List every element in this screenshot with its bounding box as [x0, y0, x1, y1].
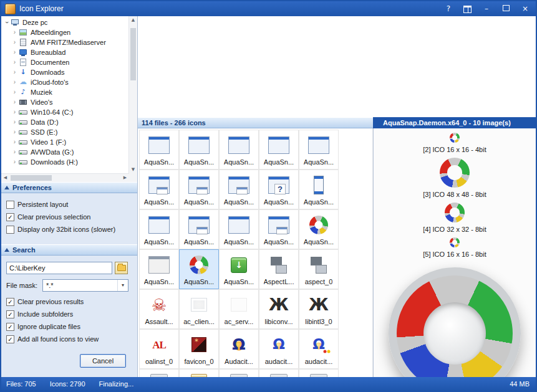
icon-tile[interactable]: AquaSn... — [219, 170, 259, 209]
tree-item[interactable]: › Muziek — [1, 87, 129, 97]
browse-folder-button[interactable] — [115, 262, 128, 274]
checkbox-option[interactable]: ✓ Ignore duplicate files — [6, 322, 99, 332]
icon-tile[interactable] — [299, 369, 339, 377]
tree-item[interactable]: › Deze pc — [1, 17, 129, 27]
preferences-section-header[interactable]: Preferences — [1, 182, 137, 193]
scroll-right-button[interactable] — [121, 174, 129, 182]
tree-item[interactable]: › Bureaublad — [1, 47, 129, 57]
checkbox[interactable]: ✓ — [6, 323, 14, 331]
expander-chevron-icon[interactable]: › — [4, 19, 10, 26]
tree-item[interactable]: › Video's — [1, 97, 129, 107]
close-button[interactable]: × — [521, 4, 530, 13]
checkbox-option[interactable]: ✓ Add all found icons to view — [6, 334, 99, 344]
expander-chevron-icon[interactable]: › — [11, 159, 18, 165]
tree-horizontal-scrollbar[interactable] — [1, 173, 129, 182]
expander-chevron-icon[interactable]: › — [11, 99, 18, 105]
tree-item[interactable]: › AVWData (G:) — [1, 147, 129, 157]
expander-chevron-icon[interactable]: › — [11, 69, 18, 75]
icon-tile[interactable]: AquaSn... — [299, 170, 339, 209]
expander-chevron-icon[interactable]: › — [11, 79, 18, 85]
scroll-thumb[interactable] — [11, 175, 52, 181]
icon-tile[interactable]: ac_clien... — [179, 289, 219, 329]
gift-icon[interactable] — [463, 7, 472, 13]
icon-tile[interactable]: AquaSn... — [179, 209, 219, 249]
help-button[interactable]: ? — [444, 4, 453, 13]
icon-tile[interactable] — [219, 369, 259, 377]
icon-tile[interactable]: aspect_0 — [299, 249, 339, 289]
checkbox-option[interactable]: ✓ Include subfolders — [6, 309, 99, 319]
icon-tile[interactable]: libintl3_0 — [299, 289, 339, 329]
icon-tile[interactable]: AquaSn... — [139, 209, 179, 249]
tree-item[interactable]: › iCloud-foto's — [1, 77, 129, 87]
icon-tile[interactable]: AquaSn... — [179, 170, 219, 209]
icon-tile[interactable]: AquaSn... — [179, 130, 219, 170]
icon-tile[interactable]: AquaSn... — [299, 130, 339, 170]
image-list-item[interactable]: [4] ICO 32 x 32 - 8bit — [423, 203, 486, 233]
icon-tile[interactable] — [259, 369, 299, 377]
checkbox-option[interactable]: ✓ Clear previous results — [6, 297, 99, 307]
image-list-item[interactable]: [5] ICO 16 x 16 - 8bit — [423, 237, 486, 258]
checkbox-option[interactable]: Persistent layout — [6, 199, 137, 209]
icon-tile[interactable]: AquaSn... — [139, 130, 179, 170]
checkbox[interactable]: ✓ — [6, 213, 14, 221]
tree-item[interactable]: › Afbeeldingen — [1, 27, 129, 37]
icon-tile[interactable]: AquaSn... — [139, 170, 179, 209]
chevron-down-icon[interactable]: ▾ — [117, 280, 128, 291]
checkbox[interactable]: ✓ — [6, 298, 14, 306]
icon-tile[interactable]: Audacit... — [219, 329, 259, 369]
checkbox-option[interactable]: Display only 32bit icons (slower) — [6, 224, 137, 234]
icon-tile[interactable]: AquaSn... — [219, 209, 259, 249]
scroll-thumb[interactable] — [130, 28, 136, 80]
icon-tile[interactable]: AquaSn... — [259, 209, 299, 249]
icon-tile[interactable]: AquaSn... — [219, 130, 259, 170]
image-list-item[interactable] — [389, 262, 521, 377]
image-list-item[interactable]: [3] ICO 48 x 48 - 8bit — [423, 158, 486, 198]
scroll-track[interactable] — [129, 24, 137, 166]
icon-tile[interactable]: libiconv... — [259, 289, 299, 329]
tree-item[interactable]: › SSD (E:) — [1, 127, 129, 137]
checkbox-option[interactable]: ✓ Clear previous selection — [6, 212, 137, 222]
expander-chevron-icon[interactable]: › — [11, 39, 18, 45]
expander-chevron-icon[interactable]: › — [11, 29, 18, 36]
tree-item[interactable]: › Win10-64 (C:) — [1, 107, 129, 117]
expander-chevron-icon[interactable]: › — [11, 129, 18, 135]
icon-tile[interactable]: audacit... — [259, 329, 299, 369]
file-mask-select[interactable]: *.* ▾ — [42, 279, 128, 292]
checkbox[interactable] — [6, 226, 14, 234]
icon-tile[interactable]: AquaSn... — [299, 209, 339, 249]
scroll-track[interactable] — [9, 174, 121, 182]
image-list-item[interactable]: [2] ICO 16 x 16 - 4bit — [423, 133, 486, 153]
icon-tile[interactable]: AquaSn... — [259, 130, 299, 170]
icon-tile[interactable]: AquaSn... — [259, 170, 299, 209]
icon-tile[interactable]: ac_serv... — [219, 289, 259, 329]
minimize-button[interactable]: – — [482, 4, 491, 13]
tree-vertical-scrollbar[interactable] — [128, 16, 137, 174]
scroll-up-button[interactable] — [129, 16, 137, 24]
expander-chevron-icon[interactable]: › — [11, 139, 18, 145]
checkbox[interactable]: ✓ — [6, 310, 14, 318]
expander-chevron-icon[interactable]: › — [11, 149, 18, 155]
tree-item[interactable]: › Data (D:) — [1, 117, 129, 127]
expander-chevron-icon[interactable]: › — [11, 109, 18, 115]
icon-tile[interactable]: AquaSn... — [139, 249, 179, 289]
cancel-button[interactable]: Cancel — [80, 354, 126, 368]
tree-item[interactable]: › Video 1 (F:) — [1, 137, 129, 147]
search-section-header[interactable]: Search — [1, 244, 137, 256]
tree-item[interactable]: › AVM FRITZ!Mediaserver — [1, 37, 129, 47]
icon-tile[interactable]: oalinst_0 — [139, 329, 179, 369]
scroll-down-button[interactable] — [129, 166, 137, 174]
tree-item[interactable]: › Downloads — [1, 67, 129, 77]
scroll-left-button[interactable] — [1, 174, 9, 182]
search-path-input[interactable] — [6, 262, 112, 274]
expander-chevron-icon[interactable]: › — [11, 59, 18, 65]
checkbox[interactable]: ✓ — [6, 335, 14, 343]
tree-item[interactable]: › Downloads (H:) — [1, 157, 129, 167]
expander-chevron-icon[interactable]: › — [11, 49, 18, 55]
icon-tile[interactable]: Assault... — [139, 289, 179, 329]
icon-tile[interactable] — [139, 369, 179, 377]
icon-tile[interactable]: AquaSn... — [219, 249, 259, 289]
maximize-button[interactable] — [501, 4, 510, 13]
icon-tile[interactable]: AspectL... — [259, 249, 299, 289]
icon-tile[interactable]: audacit... — [299, 329, 339, 369]
expander-chevron-icon[interactable]: › — [11, 89, 18, 95]
